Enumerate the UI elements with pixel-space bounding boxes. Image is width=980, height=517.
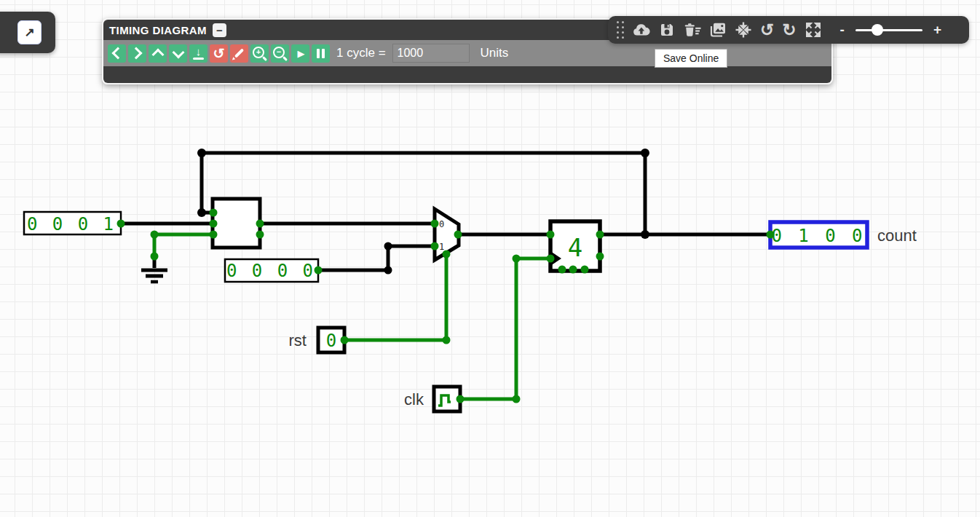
pencil-icon	[234, 48, 244, 58]
input-a-value[interactable]: 0 0 0 1	[27, 214, 116, 234]
wire-clk-to-register	[460, 258, 550, 399]
mux-input1-label: 1	[439, 242, 444, 252]
undo-icon[interactable]: ↺	[760, 22, 774, 39]
input-b-value[interactable]: 0 0 0 0	[226, 261, 315, 281]
app-stage: 0 1 4 0 0 0 1 0 0 0 0 0 rst c	[0, 0, 980, 517]
redo-icon[interactable]: ↻	[782, 22, 796, 39]
download-icon: ↓	[192, 47, 205, 60]
timing-play-button[interactable]: ▶	[291, 44, 309, 63]
export-image-icon[interactable]	[709, 22, 727, 38]
open-panel-button[interactable]: ↗	[17, 20, 42, 44]
save-online-tooltip: Save Online	[655, 49, 727, 68]
timing-reset-button[interactable]: ↺	[210, 44, 228, 63]
clk-label: clk	[404, 390, 424, 409]
zoom-slider[interactable]	[855, 24, 922, 36]
main-toolbar: ↺ ↻ - +	[608, 16, 969, 44]
zoom-in-button[interactable]: +	[933, 22, 941, 38]
adder[interactable]	[213, 199, 260, 248]
play-icon: ▶	[298, 49, 305, 58]
minus-icon: −	[216, 24, 223, 36]
chevron-right-icon	[130, 47, 143, 60]
wire-rst-to-mux-select	[344, 253, 446, 340]
zoom-out-button[interactable]: -	[840, 22, 845, 38]
minimize-button[interactable]: −	[213, 23, 226, 37]
timing-panel-title: TIMING DIAGRAM	[109, 24, 207, 36]
save-icon[interactable]	[658, 22, 676, 38]
pause-icon	[317, 49, 325, 58]
expand-icon[interactable]	[805, 22, 822, 38]
zoom-slider-knob[interactable]	[872, 24, 883, 36]
cycle-label: 1 cycle =	[336, 46, 386, 60]
rst-label: rst	[289, 331, 307, 350]
fit-to-screen-icon[interactable]	[735, 22, 752, 38]
input-clk[interactable]: clk	[404, 387, 460, 411]
green-wires[interactable]	[154, 234, 550, 399]
timing-pause-button[interactable]	[312, 44, 330, 63]
timing-scroll-right-button[interactable]	[128, 44, 146, 63]
timing-zoom-out-button[interactable]: −	[271, 44, 289, 63]
wire-ground-to-adder	[154, 234, 213, 256]
timing-scroll-down-button[interactable]	[169, 44, 187, 63]
rst-value[interactable]: 0	[326, 331, 336, 351]
delete-icon[interactable]	[684, 22, 701, 38]
timing-zoom-in-button[interactable]: +	[250, 44, 269, 63]
output-count[interactable]: 0 1 0 0 count	[770, 222, 917, 248]
units-label: Units	[481, 46, 509, 60]
drag-handle[interactable]	[617, 21, 625, 39]
register[interactable]: 4	[550, 221, 600, 271]
timing-scroll-up-button[interactable]	[149, 44, 167, 63]
undo-icon: ↺	[213, 47, 225, 60]
register-bitwidth: 4	[568, 233, 582, 262]
cloud-upload-icon[interactable]	[633, 22, 650, 38]
timing-download-button[interactable]: ↓	[189, 44, 208, 63]
zoom-out-icon: −	[273, 47, 285, 58]
arrow-up-right-icon: ↗	[24, 25, 34, 40]
wire-inputB-to-mux1	[318, 246, 435, 270]
timing-edit-button[interactable]	[230, 44, 248, 63]
output-value: 0 1 0 0	[771, 226, 865, 246]
side-panel-tab: ↗	[0, 12, 55, 53]
chevron-left-icon	[112, 47, 125, 60]
timing-plot-area	[103, 66, 831, 83]
cycle-units-input[interactable]	[392, 44, 470, 63]
chevron-down-icon	[172, 46, 184, 58]
zoom-in-icon: +	[253, 47, 264, 58]
input-rst[interactable]: 0 rst	[289, 328, 344, 352]
output-label: count	[877, 226, 917, 245]
input-b[interactable]: 0 0 0 0	[225, 259, 318, 282]
mux-input0-label: 0	[439, 219, 444, 229]
chevron-up-icon	[151, 48, 164, 60]
zoom-slider-track[interactable]	[855, 29, 922, 31]
input-a[interactable]: 0 0 0 1	[24, 212, 121, 234]
timing-scroll-left-button[interactable]	[108, 44, 126, 63]
